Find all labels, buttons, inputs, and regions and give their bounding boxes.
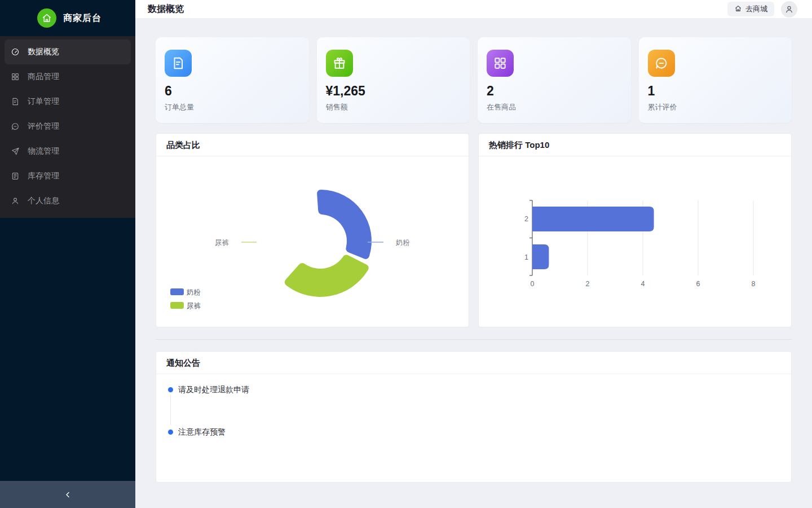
stat-value-orders-total: 6 xyxy=(165,84,300,98)
sidebar-menu: 数据概览商品管理订单管理评价管理物流管理库存管理个人信息 xyxy=(0,36,135,218)
timeline-connector xyxy=(170,395,171,425)
sidebar-spacer xyxy=(0,218,135,481)
stat-card-products-on-sale: 2在售商品 xyxy=(478,37,631,123)
legend-item-milk-powder[interactable]: 奶粉 xyxy=(170,288,201,296)
legend-swatch-diapers xyxy=(170,302,184,309)
home-icon xyxy=(734,5,742,12)
gauge-icon xyxy=(11,47,20,56)
sales-ranking-panel: 热销排行 Top10 2102468 xyxy=(478,133,792,327)
stats-row: 6订单总量¥1,265销售额2在售商品1累计评价 xyxy=(156,37,792,123)
app-logo: 商家后台 xyxy=(0,0,135,36)
sidebar-item-label: 评价管理 xyxy=(28,121,59,132)
sidebar: 商家后台 数据概览商品管理订单管理评价管理物流管理库存管理个人信息 xyxy=(0,0,135,508)
timeline-dot-icon xyxy=(168,387,173,392)
pie-segment-milk-powder[interactable] xyxy=(317,190,372,259)
document-icon xyxy=(11,97,20,106)
sidebar-item-dashboard[interactable]: 数据概览 xyxy=(5,40,131,64)
notice-item: 请及时处理退款申请 xyxy=(168,386,780,428)
notice-text: 请及时处理退款申请 xyxy=(178,386,780,394)
list-box-icon xyxy=(11,172,20,181)
pie-label-diapers: 尿裤 xyxy=(215,239,229,247)
home-icon xyxy=(41,12,52,24)
grid-icon xyxy=(493,56,508,71)
notice-panel: 通知公告 请及时处理退款申请注意库存预警 xyxy=(156,351,792,483)
bar-2[interactable] xyxy=(532,207,654,231)
notice-text: 注意库存预警 xyxy=(178,428,780,436)
category-share-panel: 品类占比 奶粉尿裤奶粉尿裤 xyxy=(156,133,469,327)
main-area: 数据概览 去商城 6订单总量¥1,265销售额2在售商品1累计评价 品类占比 奶… xyxy=(135,0,812,508)
app-root: 商家后台 数据概览商品管理订单管理评价管理物流管理库存管理个人信息 数据概览 去… xyxy=(0,0,812,508)
gift-icon xyxy=(332,56,347,71)
sidebar-item-orders[interactable]: 订单管理 xyxy=(5,89,131,114)
comment-icon xyxy=(654,56,669,71)
sidebar-item-products[interactable]: 商品管理 xyxy=(5,64,131,89)
document-icon xyxy=(171,56,186,71)
user-icon xyxy=(11,196,20,205)
category-share-panel-title: 品类占比 xyxy=(156,134,469,156)
x-tick-label-2: 2 xyxy=(586,280,590,288)
legend-label-milk-powder: 奶粉 xyxy=(186,288,201,296)
grid-icon xyxy=(11,72,20,81)
sidebar-item-reviews[interactable]: 评价管理 xyxy=(5,114,131,139)
sidebar-item-profile[interactable]: 个人信息 xyxy=(5,189,131,213)
sidebar-item-logistics[interactable]: 物流管理 xyxy=(5,139,131,164)
topbar: 数据概览 去商城 xyxy=(135,0,812,18)
stat-label-sales-amount: 销售额 xyxy=(326,102,461,112)
stat-value-products-on-sale: 2 xyxy=(487,84,622,98)
send-icon xyxy=(11,147,20,156)
stat-label-orders-total: 订单总量 xyxy=(165,102,300,112)
document-icon xyxy=(11,97,20,106)
category-pie-chart: 奶粉尿裤奶粉尿裤 xyxy=(156,156,469,327)
stat-label-products-on-sale: 在售商品 xyxy=(487,102,622,112)
sidebar-item-label: 个人信息 xyxy=(28,196,59,206)
list-box-icon xyxy=(11,172,20,181)
send-icon xyxy=(11,147,20,156)
notice-timeline: 请及时处理退款申请注意库存预警 xyxy=(156,374,791,436)
user-avatar[interactable] xyxy=(781,1,797,17)
user-icon xyxy=(11,196,20,205)
notice-item: 注意库存预警 xyxy=(168,428,780,436)
products-on-sale-icon-badge xyxy=(487,50,514,77)
section-divider xyxy=(156,339,792,340)
shop-home-logo-icon xyxy=(37,8,56,28)
sales-ranking-bar-chart: 2102468 xyxy=(479,156,791,327)
gauge-icon xyxy=(11,47,20,56)
sidebar-item-label: 库存管理 xyxy=(28,171,59,181)
sidebar-item-label: 物流管理 xyxy=(28,146,59,156)
sales-ranking-panel-title: 热销排行 Top10 xyxy=(479,134,791,156)
go-to-shop-button[interactable]: 去商城 xyxy=(727,2,774,16)
sales-amount-icon-badge xyxy=(326,50,353,77)
sidebar-collapse-button[interactable] xyxy=(0,481,135,508)
charts-row: 品类占比 奶粉尿裤奶粉尿裤 热销排行 Top10 2102468 xyxy=(156,133,792,327)
page-title: 数据概览 xyxy=(148,3,184,15)
home-icon xyxy=(734,5,742,14)
x-tick-label-4: 4 xyxy=(641,280,645,288)
legend-swatch-milk-powder xyxy=(170,288,184,295)
pie-label-milk-powder: 奶粉 xyxy=(395,239,410,247)
app-title: 商家后台 xyxy=(63,12,102,24)
topbar-right: 去商城 xyxy=(727,1,797,17)
bar-1[interactable] xyxy=(532,244,549,269)
x-tick-label-6: 6 xyxy=(696,280,700,288)
comment-icon xyxy=(11,122,20,131)
legend-item-diapers[interactable]: 尿裤 xyxy=(170,302,201,310)
stat-value-sales-amount: ¥1,265 xyxy=(326,84,461,98)
y-category-label-1: 1 xyxy=(524,253,528,261)
notice-panel-title: 通知公告 xyxy=(156,352,791,374)
comment-icon xyxy=(11,122,20,131)
stat-label-reviews-total: 累计评价 xyxy=(648,102,783,112)
stat-value-reviews-total: 1 xyxy=(648,84,783,98)
go-to-shop-label: 去商城 xyxy=(745,4,767,14)
sidebar-item-label: 订单管理 xyxy=(28,97,59,107)
chevron-left-icon xyxy=(64,491,72,499)
timeline-dot-icon xyxy=(168,430,173,435)
sidebar-item-label: 商品管理 xyxy=(28,72,59,82)
stat-card-sales-amount: ¥1,265销售额 xyxy=(317,37,470,123)
grid-icon xyxy=(11,72,20,81)
sidebar-item-label: 数据概览 xyxy=(28,47,59,57)
sidebar-item-inventory[interactable]: 库存管理 xyxy=(5,164,131,189)
stat-card-reviews-total: 1累计评价 xyxy=(639,37,792,123)
reviews-total-icon-badge xyxy=(648,50,675,77)
pie-segment-diapers[interactable] xyxy=(285,255,369,297)
stat-card-orders-total: 6订单总量 xyxy=(156,37,309,123)
